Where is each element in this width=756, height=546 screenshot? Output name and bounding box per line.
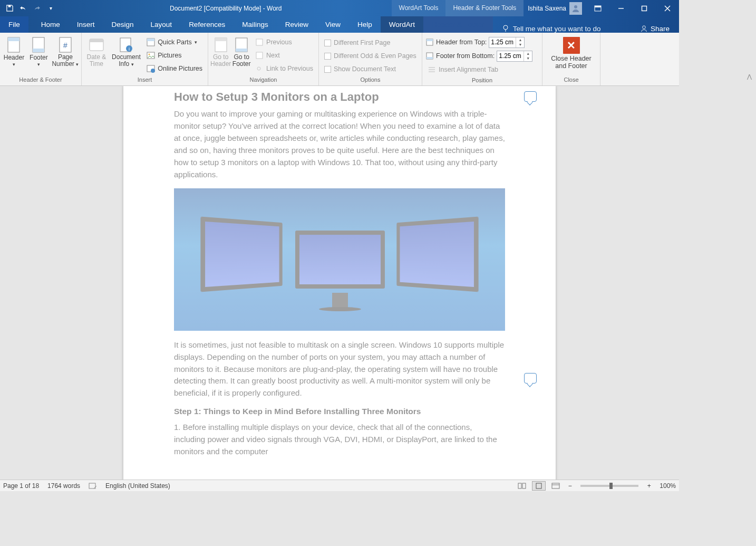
svg-point-27	[151, 69, 155, 73]
zoom-handle[interactable]	[609, 483, 613, 489]
zoom-out-button[interactable]: −	[566, 482, 574, 490]
tab-insert[interactable]: Insert	[69, 16, 103, 33]
svg-text:i: i	[129, 46, 130, 52]
document-info-button[interactable]: i Document Info ▾	[110, 35, 143, 69]
avatar[interactable]	[569, 2, 582, 15]
online-pictures-button[interactable]: Online Pictures	[144, 62, 205, 75]
checkbox-icon	[324, 40, 331, 46]
qat-customize-icon[interactable]: ▾	[44, 2, 57, 15]
group-label-insert: Insert	[84, 75, 206, 84]
tab-file[interactable]: File	[0, 16, 28, 33]
doc-paragraph: 1. Before installing multiple displays o…	[174, 422, 505, 458]
svg-rect-33	[256, 52, 263, 59]
account-area[interactable]: Ishita Saxena	[524, 2, 586, 15]
tab-view[interactable]: View	[317, 16, 349, 33]
maximize-button[interactable]	[633, 0, 656, 16]
different-odd-even-checkbox: Different Odd & Even Pages	[322, 50, 419, 62]
tab-header-footer[interactable]: Header & Footer	[423, 16, 493, 33]
contextual-tab-labels: WordArt Tools Header & Footer Tools	[392, 0, 524, 16]
ribbon-display-icon[interactable]	[586, 0, 609, 16]
pictures-button[interactable]: Pictures	[144, 49, 205, 62]
tab-layout[interactable]: Layout	[142, 16, 181, 33]
spin-down-icon[interactable]: ▼	[516, 42, 524, 47]
page-number-button[interactable]: # Page Number ▾	[52, 35, 79, 69]
goto-header-icon	[212, 36, 229, 53]
svg-rect-29	[215, 38, 227, 41]
ribbon-tabs: File Home Insert Design Layout Reference…	[0, 16, 679, 33]
web-layout-button[interactable]	[549, 481, 563, 491]
read-mode-button[interactable]	[515, 481, 529, 491]
tab-review[interactable]: Review	[277, 16, 317, 33]
tab-references[interactable]: References	[180, 16, 234, 33]
next-icon	[255, 51, 264, 60]
tell-me-search[interactable]: Tell me what you want to do	[493, 24, 631, 33]
group-label-nav: Navigation	[210, 75, 316, 84]
header-top-spinner[interactable]: ▲▼	[489, 37, 525, 48]
comment-icon[interactable]	[524, 91, 537, 102]
spin-down-icon[interactable]: ▼	[524, 56, 532, 61]
checkbox-icon	[324, 66, 331, 73]
header-button[interactable]: Header▾	[2, 35, 26, 69]
svg-point-10	[643, 26, 646, 29]
next-button: Next	[253, 49, 315, 62]
header-icon	[5, 36, 22, 53]
tab-design[interactable]: Design	[103, 16, 142, 33]
svg-rect-35	[427, 39, 433, 41]
document-viewport[interactable]: How to Setup 3 Monitors on a Laptop Do y…	[0, 86, 679, 480]
svg-rect-5	[642, 6, 647, 11]
svg-rect-31	[236, 49, 247, 52]
spell-check-icon[interactable]	[89, 482, 97, 490]
print-layout-button[interactable]	[532, 481, 546, 491]
footer-bottom-input[interactable]	[497, 51, 524, 61]
previous-button: Previous	[253, 36, 315, 49]
share-button[interactable]: Share	[631, 25, 679, 33]
spin-up-icon[interactable]: ▲	[516, 37, 524, 43]
group-close: ✕ Close Header and Footer Close	[542, 33, 600, 85]
zoom-slider[interactable]	[580, 485, 638, 487]
doc-paragraph: Do you want to improve your gaming or mu…	[174, 108, 505, 181]
group-position: Header from Top: ▲▼ Footer from Bottom: …	[422, 33, 542, 85]
group-label-hf: Header & Footer	[2, 75, 79, 84]
header-top-input[interactable]	[489, 37, 516, 47]
tab-mailings[interactable]: Mailings	[234, 16, 277, 33]
document-image[interactable]	[174, 188, 505, 331]
language-indicator[interactable]: English (United States)	[105, 482, 170, 490]
redo-button[interactable]	[31, 2, 43, 15]
goto-footer-icon	[233, 36, 250, 53]
show-document-text-checkbox: Show Document Text	[322, 63, 419, 75]
document-info-icon: i	[118, 36, 134, 53]
minimize-button[interactable]	[609, 0, 633, 16]
footer-bottom-spinner[interactable]: ▲▼	[497, 51, 532, 62]
footer-bottom-icon	[425, 52, 434, 60]
word-count[interactable]: 1764 words	[47, 482, 80, 490]
footer-button[interactable]: Footer▾	[27, 35, 51, 69]
svg-rect-3	[595, 6, 601, 7]
window-buttons	[586, 0, 679, 16]
undo-button[interactable]	[17, 2, 30, 15]
doc-step-heading: Step 1: Things to Keep in Mind Before In…	[174, 407, 505, 416]
tab-home[interactable]: Home	[33, 16, 69, 33]
spin-up-icon[interactable]: ▲	[524, 51, 532, 56]
goto-footer-button[interactable]: Go to Footer	[232, 35, 251, 69]
close-header-footer-button[interactable]: ✕ Close Header and Footer	[545, 35, 598, 72]
group-insert: Date & Time i Document Info ▾ Quick Part…	[82, 33, 208, 85]
quick-parts-button[interactable]: Quick Parts ▾	[144, 36, 205, 49]
group-label-close: Close	[545, 75, 598, 84]
zoom-level[interactable]: 100%	[660, 482, 676, 490]
zoom-in-button[interactable]: +	[645, 482, 653, 490]
svg-point-25	[149, 54, 150, 55]
window-title: Document2 [Compatibility Mode] - Word	[60, 5, 392, 12]
tab-help[interactable]: Help	[349, 16, 381, 33]
page: How to Setup 3 Monitors on a Laptop Do y…	[123, 86, 556, 480]
share-icon	[640, 25, 648, 33]
svg-rect-12	[8, 37, 20, 41]
close-button[interactable]	[656, 0, 679, 16]
tab-wordart[interactable]: WordArt	[381, 16, 423, 33]
group-label-options: Options	[321, 75, 420, 84]
comment-icon[interactable]	[524, 373, 537, 384]
status-bar: Page 1 of 18 1764 words English (United …	[0, 480, 679, 491]
save-icon[interactable]	[3, 2, 16, 15]
svg-rect-14	[33, 49, 44, 52]
page-indicator[interactable]: Page 1 of 18	[3, 482, 39, 490]
lightbulb-icon	[501, 24, 510, 33]
